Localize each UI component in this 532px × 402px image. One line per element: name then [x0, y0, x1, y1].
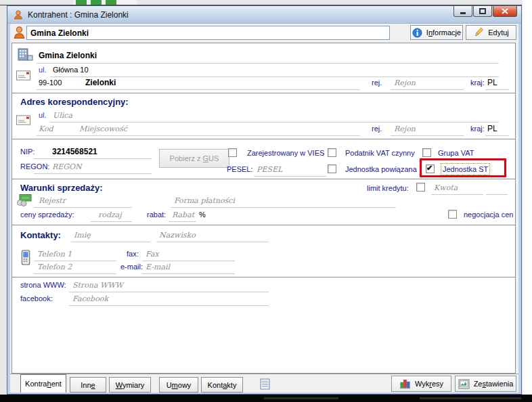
kontrahent-dialog: Kontrahent : Gmina Zielonki Gmina Zielon…: [7, 5, 522, 395]
pesel-field[interactable]: PESEL: [257, 165, 282, 174]
field-underline: [34, 158, 152, 159]
person-icon: [13, 9, 24, 20]
region-field[interactable]: Rejon: [394, 79, 416, 87]
last-name-field[interactable]: Nazwisko: [159, 231, 196, 240]
minimize-button[interactable]: [453, 6, 472, 17]
vies-label[interactable]: Zarejestrowany w VIES: [247, 149, 324, 157]
zestawienia-button[interactable]: Zestawienia: [455, 376, 516, 392]
mailing-region-field[interactable]: Rejon: [394, 125, 416, 133]
tab-wymiary[interactable]: Wymiary: [109, 377, 151, 393]
credit-limit-checkbox[interactable]: [416, 183, 425, 192]
tab-kontrahent[interactable]: Kontrahent: [20, 374, 66, 393]
sale-prices-field[interactable]: rodzaj: [98, 210, 122, 219]
field-underline: [391, 89, 464, 90]
phone-icon: [20, 250, 31, 265]
close-icon: [502, 8, 508, 14]
phone2-field[interactable]: Telefon 2: [37, 263, 72, 271]
bar-chart-icon: [399, 378, 411, 389]
edytuj-label: Edytuj: [488, 28, 509, 37]
pobierz-z-gus-button[interactable]: Pobierz z GUS: [159, 149, 229, 168]
vat-czynny-label[interactable]: Podatnik VAT czynny: [345, 149, 415, 157]
discount-field[interactable]: Rabat: [172, 210, 194, 219]
country-value[interactable]: PL: [487, 78, 497, 87]
vies-checkbox[interactable]: [228, 148, 237, 157]
field-underline: [69, 292, 269, 292]
address-name-value[interactable]: Gmina Zielonki: [39, 51, 97, 60]
mailing-street-field[interactable]: Ulica: [53, 111, 72, 120]
section-separator: [12, 93, 515, 94]
register-field[interactable]: Rejestr: [39, 196, 66, 205]
grupa-vat-checkbox[interactable]: [422, 148, 431, 157]
field-underline: [34, 261, 116, 261]
fax-label: fax:: [127, 250, 139, 258]
background-toolbar-icon: [91, 0, 102, 5]
negocjacja-cen-checkbox[interactable]: [448, 210, 457, 219]
tab-umowy[interactable]: Umowy: [159, 377, 198, 393]
mailing-street-label[interactable]: ul.: [39, 111, 47, 119]
street-value[interactable]: Główna 10: [53, 66, 89, 74]
field-underline: [34, 207, 132, 208]
credit-limit-label: limit kredytu:: [367, 184, 409, 192]
tab-wymiary-label: Wymiary: [116, 381, 145, 389]
tab-umowy-label: Umowy: [167, 381, 192, 389]
edytuj-button[interactable]: Edytuj: [466, 25, 516, 40]
report-icon: [458, 379, 470, 389]
city-value[interactable]: Zielonki: [85, 78, 116, 87]
phone1-field[interactable]: Telefon 1: [37, 250, 72, 259]
first-name-field[interactable]: Imię: [74, 231, 91, 240]
pesel-label: PESEL:: [227, 165, 253, 173]
negocjacja-cen-label[interactable]: negocjacja cen: [464, 210, 513, 219]
mailing-city-field[interactable]: Miejscowość: [79, 125, 127, 133]
mailing-postal-code-field[interactable]: Kod: [39, 125, 53, 133]
credit-limit-field[interactable]: Kwota: [434, 183, 458, 192]
zestawienia-label: Zestawienia: [474, 380, 514, 388]
field-underline: [486, 194, 508, 195]
facebook-field[interactable]: Facebook: [72, 294, 108, 303]
vat-czynny-checkbox[interactable]: [328, 148, 336, 157]
street-label[interactable]: ul.: [39, 66, 47, 74]
field-underline: [84, 89, 360, 90]
postal-code-value[interactable]: 99-100: [39, 79, 62, 87]
informacje-button[interactable]: Informacje: [410, 25, 463, 40]
fax-field[interactable]: Fax: [146, 250, 159, 259]
grupa-vat-label[interactable]: Grupa VAT: [438, 149, 474, 157]
tab-kontakty[interactable]: Kontakty: [201, 377, 243, 393]
field-underline: [485, 135, 509, 136]
mailing-country-value[interactable]: PL: [487, 124, 497, 133]
region-label: rej.: [372, 79, 382, 87]
nip-label: NIP:: [20, 148, 35, 156]
regon-field[interactable]: REGON: [52, 162, 82, 171]
field-underline: [156, 242, 269, 242]
contractor-name-input[interactable]: Gmina Zielonki: [26, 26, 390, 40]
notes-icon[interactable]: [259, 378, 271, 390]
close-button[interactable]: [493, 6, 517, 17]
sales-terms-header: Warunki sprzedaży:: [20, 183, 103, 193]
section-separator: [12, 179, 515, 180]
background-toolbar-icon: [76, 0, 87, 5]
wykresy-label: Wykresy: [415, 380, 443, 388]
www-field[interactable]: Strona WWW: [72, 281, 123, 290]
jednostka-powiazana-label[interactable]: Jednostka powiązana: [345, 165, 417, 173]
field-underline: [71, 242, 150, 242]
bottom-tab-strip: Kontrahent Inne Wymiary Umowy Kontakty: [10, 374, 518, 393]
tab-inne[interactable]: Inne: [70, 377, 106, 393]
nip-value[interactable]: 3214568521: [52, 147, 97, 156]
field-underline: [142, 273, 235, 274]
jednostka-powiazana-checkbox[interactable]: [328, 164, 336, 173]
minimize-icon: [460, 8, 466, 14]
tab-inne-label: Inne: [81, 381, 95, 389]
field-underline: [485, 89, 509, 90]
email-label: e-mail:: [120, 263, 143, 271]
wykresy-button[interactable]: Wykresy: [391, 376, 451, 392]
title-bar[interactable]: Kontrahent : Gmina Zielonki: [7, 6, 521, 24]
maximize-button[interactable]: [473, 6, 492, 17]
field-underline: [91, 221, 132, 222]
payment-form-field[interactable]: Forma płatności: [174, 196, 235, 205]
field-underline: [69, 305, 269, 306]
mailing-country-label: kraj:: [470, 125, 485, 133]
www-label: strona WWW:: [20, 281, 66, 289]
discount-unit: %: [199, 210, 206, 219]
contractor-form-panel: Gmina Zielonki ul. Główna 10 99-100 Ziel…: [12, 43, 516, 374]
email-field[interactable]: E-mail: [146, 263, 170, 271]
pencil-icon: [473, 27, 484, 38]
